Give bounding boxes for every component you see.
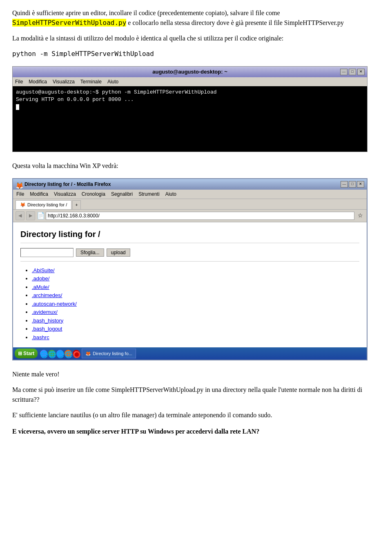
terminal-close-button[interactable]: ✕ bbox=[357, 69, 365, 75]
taskbar-icon-4[interactable]: 🌐 bbox=[65, 350, 72, 357]
browser-menu-file[interactable]: File bbox=[16, 190, 24, 198]
browser-tab-active[interactable]: 🦊 Directory listing for / bbox=[16, 200, 71, 209]
browser-menu-aiuto[interactable]: Aiuto bbox=[165, 190, 176, 198]
dir-link-archimedes[interactable]: .archimedes/ bbox=[32, 292, 62, 298]
taskbar-icon-2[interactable]: 🌐 bbox=[48, 350, 56, 357]
browser-tab-add-button[interactable]: + bbox=[72, 200, 80, 209]
intro-text-before-highlight: Quindi è sufficiente aprire un editor, i… bbox=[12, 9, 280, 16]
browser-navbar: ◀ ▶ 📄 ☆ bbox=[13, 210, 367, 222]
firefox-icon: 🦊 bbox=[16, 181, 22, 188]
terminal-menu-modifica[interactable]: Modifica bbox=[29, 78, 47, 85]
after-p3: E' sufficiente lanciare nautilus (o un a… bbox=[12, 410, 380, 420]
browser-menu-strumenti[interactable]: Strumenti bbox=[138, 190, 159, 198]
after-text-2: Ma come si può inserire un file come Sim… bbox=[12, 386, 362, 403]
terminal-line-1: augusto@augusto-desktop:~$ python -m Sim… bbox=[16, 89, 364, 96]
tab-label: Directory listing for / bbox=[27, 201, 67, 208]
terminal-line-3 bbox=[16, 103, 364, 111]
taskbar-browser-window-button[interactable]: 🦊 Directory listing fo... bbox=[82, 349, 136, 358]
terminal-minimize-button[interactable]: — bbox=[340, 69, 347, 75]
browser-tabs: 🦊 Directory listing for / + bbox=[13, 199, 367, 210]
intro-paragraph2-text: La modalità e la sintassi di utilizzo de… bbox=[12, 35, 283, 42]
browser-menu-modifica[interactable]: Modifica bbox=[30, 190, 48, 198]
dir-link-bashrc[interactable]: .bashrc bbox=[32, 334, 49, 340]
terminal-wrapper: augusto@augusto-desktop: ~ — □ ✕ File Mo… bbox=[12, 66, 380, 152]
terminal-maximize-button[interactable]: □ bbox=[349, 69, 356, 75]
list-item: .avidemux/ bbox=[32, 308, 359, 316]
upload-button[interactable]: upload bbox=[107, 248, 130, 257]
browser-menu-cronologia[interactable]: Cronologia bbox=[82, 190, 105, 198]
list-item: .bash_history bbox=[32, 317, 359, 325]
start-button-label: Start bbox=[23, 351, 34, 356]
intro-paragraph: Quindi è sufficiente aprire un editor, i… bbox=[12, 8, 380, 28]
taskbar-icon-1[interactable]: 🌐 bbox=[40, 350, 47, 357]
after-p4: E viceversa, ovvero un semplice server H… bbox=[12, 427, 380, 436]
after-p2: Ma come si può inserire un file come Sim… bbox=[12, 385, 380, 405]
after-p1: Niente male vero! bbox=[12, 369, 380, 379]
browser-menu-visualizza[interactable]: Visualizza bbox=[54, 190, 76, 198]
browser-maximize-button[interactable]: □ bbox=[349, 181, 356, 188]
intro-text-after-highlight: e collocarlo nella stessa directory dove… bbox=[126, 19, 344, 26]
terminal-title: augusto@augusto-desktop: ~ bbox=[152, 68, 227, 76]
list-item: .archimedes/ bbox=[32, 291, 359, 300]
dir-link-abisuite[interactable]: .AbiSuite/ bbox=[32, 267, 55, 273]
taskbar-browser-icon: 🦊 bbox=[85, 350, 91, 357]
start-button[interactable]: ⊞ Start bbox=[15, 349, 38, 358]
taskbar-quick-launch: 🌐 🌐 🌐 🌐 ⭕ bbox=[40, 350, 80, 357]
after-text-4: E viceversa, ovvero un semplice server H… bbox=[12, 428, 259, 435]
url-bar[interactable] bbox=[46, 212, 354, 220]
dir-link-bash-history[interactable]: .bash_history bbox=[32, 318, 63, 324]
xp-taskbar: ⊞ Start 🌐 🌐 🌐 🌐 ⭕ 🦊 Directory listing fo… bbox=[13, 347, 367, 360]
browse-button[interactable]: Sfoglia... bbox=[76, 248, 104, 257]
taskbar-icon-5[interactable]: ⭕ bbox=[73, 350, 80, 357]
browser-minimize-button[interactable]: — bbox=[341, 181, 348, 188]
terminal-titlebar-buttons: — □ ✕ bbox=[340, 69, 365, 75]
browser-close-button[interactable]: ✕ bbox=[357, 181, 364, 188]
url-favicon: 📄 bbox=[37, 211, 45, 221]
browser-titlebar: 🦊 Directory listing for / - Mozilla Fire… bbox=[13, 179, 367, 190]
list-item: .autoscan-network/ bbox=[32, 300, 359, 308]
dir-link-amule[interactable]: .aMule/ bbox=[32, 284, 49, 290]
dir-link-bash-logout[interactable]: .bash_logout bbox=[32, 326, 62, 332]
list-item: .adobe/ bbox=[32, 275, 359, 283]
browser-titlebar-buttons: — □ ✕ bbox=[341, 181, 364, 188]
browser-window: 🦊 Directory listing for / - Mozilla Fire… bbox=[12, 178, 368, 360]
terminal-menu-visualizza[interactable]: Visualizza bbox=[53, 78, 75, 85]
between-text: Questa volta la macchina Win XP vedrà: bbox=[12, 162, 118, 169]
dir-link-autoscan[interactable]: .autoscan-network/ bbox=[32, 301, 77, 307]
browser-title: Directory listing for / - Mozilla Firefo… bbox=[24, 181, 111, 188]
list-item: .AbiSuite/ bbox=[32, 266, 359, 275]
terminal-menu-terminale[interactable]: Terminale bbox=[80, 78, 102, 85]
terminal-menu-file[interactable]: File bbox=[15, 78, 23, 85]
highlighted-filename: SimpleHTTPServerWithUpload.py bbox=[12, 19, 126, 27]
dir-link-adobe[interactable]: .adobe/ bbox=[32, 275, 49, 282]
bookmark-star-icon[interactable]: ☆ bbox=[356, 212, 364, 220]
terminal-menubar: File Modifica Visualizza Terminale Aiuto bbox=[13, 77, 367, 86]
terminal-titlebar: augusto@augusto-desktop: ~ — □ ✕ bbox=[13, 67, 367, 77]
tab-favicon: 🦊 bbox=[20, 201, 26, 208]
browser-forward-button[interactable]: ▶ bbox=[26, 211, 35, 220]
between-text-paragraph: Questa volta la macchina Win XP vedrà: bbox=[12, 161, 380, 171]
command-line-display: python -m SimpleHTTPServerWithUpload bbox=[12, 49, 380, 59]
browser-back-button[interactable]: ◀ bbox=[16, 211, 24, 220]
taskbar-icon-3[interactable]: 🌐 bbox=[56, 350, 64, 357]
browser-menubar: File Modifica Visualizza Cronologia Segn… bbox=[13, 190, 367, 199]
terminal-body: augusto@augusto-desktop:~$ python -m Sim… bbox=[13, 86, 367, 152]
url-bar-container: 📄 bbox=[37, 211, 354, 221]
directory-list: .AbiSuite/ .adobe/ .aMule/ .archimedes/ … bbox=[20, 266, 359, 342]
list-item: .bashrc bbox=[32, 333, 359, 342]
after-text-1: Niente male vero! bbox=[12, 371, 60, 378]
terminal-window: augusto@augusto-desktop: ~ — □ ✕ File Mo… bbox=[12, 66, 368, 152]
browser-menu-segnalibri[interactable]: Segnalibri bbox=[111, 190, 133, 198]
page-heading: Directory listing for / bbox=[20, 228, 359, 243]
terminal-menu-aiuto[interactable]: Aiuto bbox=[107, 78, 118, 85]
taskbar-browser-label: Directory listing fo... bbox=[93, 350, 132, 357]
upload-form: Sfoglia... upload bbox=[20, 248, 359, 262]
windows-logo-icon: ⊞ bbox=[18, 351, 22, 356]
file-upload-input[interactable] bbox=[20, 248, 74, 257]
dir-link-avidemux[interactable]: .avidemux/ bbox=[32, 309, 58, 315]
list-item: .aMule/ bbox=[32, 283, 359, 291]
after-text-3: E' sufficiente lanciare nautilus (o un a… bbox=[12, 412, 272, 418]
intro-paragraph2: La modalità e la sintassi di utilizzo de… bbox=[12, 34, 380, 43]
command-text: python -m SimpleHTTPServerWithUpload bbox=[12, 50, 154, 58]
terminal-cursor bbox=[16, 104, 19, 110]
